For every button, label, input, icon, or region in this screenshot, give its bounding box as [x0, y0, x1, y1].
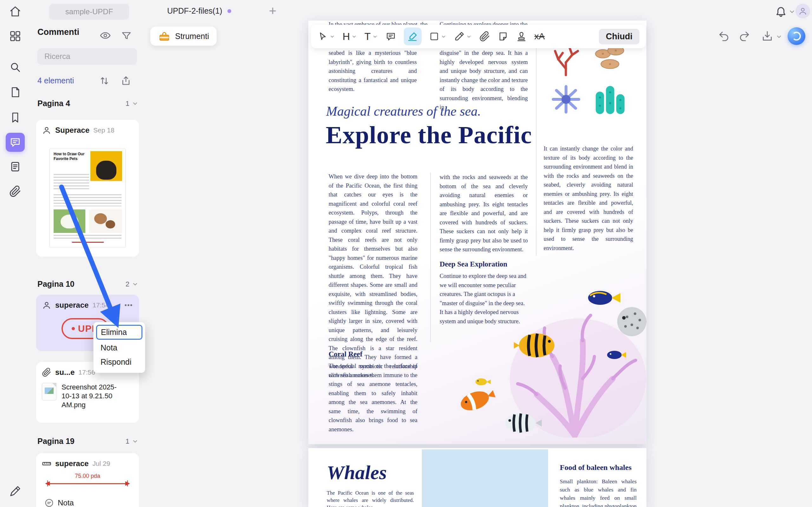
pencil-icon — [454, 31, 465, 42]
cursor-icon — [317, 31, 328, 42]
text-letter: T — [364, 31, 371, 43]
chevron-down-icon[interactable] — [132, 281, 138, 287]
column-divider — [430, 173, 431, 342]
attach-tool[interactable] — [479, 31, 490, 42]
comment-bubble-icon — [386, 31, 396, 42]
select-tool[interactable] — [317, 31, 335, 42]
comments-button[interactable] — [6, 133, 25, 152]
filter-button[interactable] — [121, 31, 132, 41]
note-label: Nota — [58, 498, 74, 507]
toggle-visibility-button[interactable] — [100, 30, 111, 41]
thumbnail-title: How to Draw Our Favorite Pets — [54, 152, 89, 161]
tools-button[interactable]: Strumenti — [150, 26, 217, 46]
note-row[interactable]: Nota — [44, 498, 74, 507]
comment-card-1[interactable]: Superace Sep 18 How to Draw Our Favorite… — [36, 120, 139, 257]
search-button[interactable] — [6, 58, 25, 77]
pdf-text: Small plankton: Baleen whales such as bl… — [560, 477, 637, 507]
context-menu: Elimina Nota Rispondi — [93, 322, 145, 373]
heading-tool[interactable]: H — [343, 31, 357, 43]
search-input[interactable] — [38, 48, 137, 65]
account-avatar[interactable] — [796, 4, 810, 18]
nav-rail — [0, 0, 31, 507]
close-button[interactable]: Chiudi — [599, 29, 640, 44]
unsaved-dot — [227, 9, 231, 13]
attachment-name[interactable]: Screenshot 2025-10-13 at 9.21.50 AM.png — [61, 383, 125, 409]
apps-button[interactable] — [6, 26, 25, 46]
note-circle-icon — [44, 498, 54, 507]
save-button[interactable] — [761, 30, 773, 42]
stamp-tool[interactable] — [516, 31, 527, 42]
section-label: Pagina 4 — [38, 99, 70, 108]
pdf-text: The special mucus on the surface of clow… — [328, 361, 417, 434]
home-button[interactable] — [6, 2, 25, 21]
thumbnail-text-lines — [54, 174, 89, 191]
pencil-tool[interactable] — [454, 31, 472, 42]
chevron-down-icon[interactable] — [132, 101, 138, 107]
undo-icon — [718, 30, 730, 42]
pdf-text: When we dive deep into the bottom of the… — [328, 172, 417, 380]
section-pagina-19[interactable]: Pagina 19 1 — [38, 437, 138, 446]
pdf-subtitle: Magical creatures of the sea. — [308, 104, 499, 119]
chevron-down-icon — [351, 34, 357, 39]
highlighter-tool[interactable] — [404, 27, 421, 45]
chevron-down-icon — [441, 34, 446, 39]
ai-assistant-icon — [792, 32, 801, 41]
more-options-icon[interactable] — [124, 300, 133, 310]
pdf-heading: Coral Reef — [328, 350, 362, 358]
comment-author: superace — [55, 301, 89, 309]
sticker-tool[interactable] — [498, 31, 508, 42]
pdf-text: It can instantly change the color and te… — [544, 144, 633, 252]
attachments-button[interactable] — [6, 182, 25, 201]
section-label: Pagina 19 — [38, 437, 74, 446]
tab-updf-2-files[interactable]: UPDF-2-files(1) — [167, 6, 231, 15]
paperclip-icon — [42, 368, 51, 377]
strikeout-tool[interactable]: xA — [535, 32, 545, 42]
pdf-text: disguise" in the deep sea. It has a high… — [440, 49, 528, 112]
export-button[interactable] — [120, 75, 131, 86]
comment-thumbnail[interactable]: How to Draw Our Favorite Pets — [49, 148, 125, 248]
export-icon — [120, 75, 131, 86]
clownfish — [458, 386, 497, 414]
text-tool[interactable]: T — [364, 31, 378, 43]
comment-card-4[interactable]: superace Jul 29 75.00 pda Nota — [36, 453, 139, 507]
new-tab-button[interactable]: + — [269, 4, 276, 18]
chevron-down-icon[interactable] — [132, 438, 138, 445]
section-count: 1 — [125, 437, 130, 446]
chevron-down-icon[interactable] — [789, 8, 796, 15]
blue-anemone-image — [548, 81, 584, 118]
document-icon — [9, 161, 21, 173]
comment-tool[interactable] — [386, 31, 396, 42]
section-pagina-10[interactable]: Pagina 10 2 — [38, 279, 138, 289]
section-pagina-4[interactable]: Pagina 4 1 — [38, 99, 138, 108]
sort-button[interactable] — [99, 75, 110, 86]
notifications-button[interactable] — [775, 5, 787, 17]
comments-panel: Commenti 4 elementi Pagina 4 1 Superace … — [31, 0, 148, 507]
section-count: 2 — [125, 280, 130, 288]
pdf-page-1[interactable]: In the vast embrace of our blue planet, … — [308, 20, 647, 444]
ai-assistant-button[interactable] — [788, 27, 805, 45]
measurement-label: 75.00 pda — [44, 473, 131, 480]
bookmarks-button[interactable] — [6, 108, 25, 127]
menu-item-elimina[interactable]: Elimina — [96, 325, 142, 340]
undo-button[interactable] — [718, 30, 730, 42]
redo-button[interactable] — [739, 30, 751, 42]
bookmark-icon — [9, 112, 21, 124]
chevron-down-icon[interactable] — [776, 34, 782, 40]
redo-icon — [739, 30, 751, 42]
tab-label: UPDF-2-files(1) — [167, 6, 222, 15]
signature-pen-icon — [9, 485, 21, 497]
shape-tool[interactable] — [429, 32, 446, 42]
search-icon — [9, 61, 21, 73]
blue-yellow-fish — [588, 291, 620, 305]
pages-button[interactable] — [6, 83, 25, 102]
menu-item-rispondi[interactable]: Rispondi — [96, 356, 142, 368]
stamp-dot — [72, 327, 75, 330]
thumbnail-photo-dog — [89, 210, 122, 233]
sticky-note-icon — [498, 31, 508, 42]
menu-item-nota[interactable]: Nota — [96, 342, 142, 354]
measurement-annotation[interactable]: 75.00 pda — [44, 473, 131, 491]
pdf-page-2[interactable]: Whales The Pacific Ocean is one of the s… — [308, 448, 647, 507]
document-panel-button[interactable] — [6, 157, 25, 176]
signature-button[interactable] — [6, 482, 25, 501]
pufferfish — [617, 307, 647, 336]
